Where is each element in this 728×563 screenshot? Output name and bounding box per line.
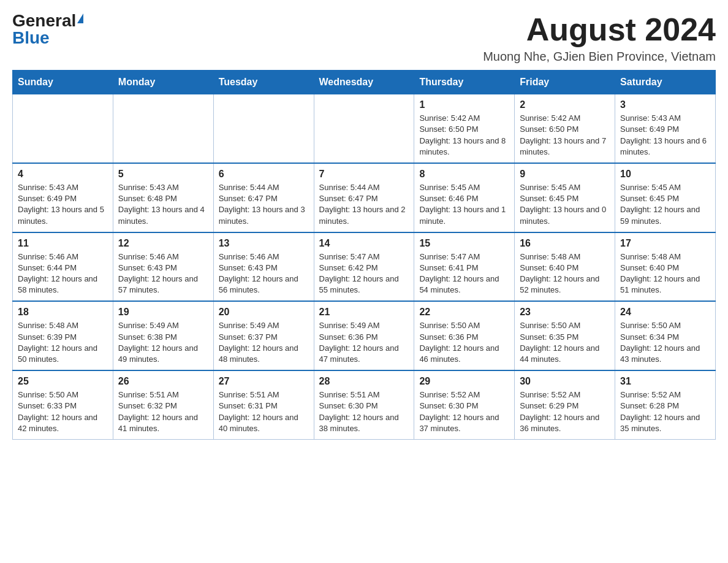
day-number: 21 <box>319 307 409 318</box>
day-info: Sunrise: 5:49 AMSunset: 6:37 PMDaylight:… <box>219 320 309 365</box>
day-number: 17 <box>620 238 710 249</box>
day-number: 20 <box>219 307 309 318</box>
calendar-cell: 19Sunrise: 5:49 AMSunset: 6:38 PMDayligh… <box>113 301 213 370</box>
day-number: 19 <box>118 307 208 318</box>
day-info: Sunrise: 5:51 AMSunset: 6:30 PMDaylight:… <box>319 389 409 434</box>
day-number: 16 <box>520 238 610 249</box>
day-number: 9 <box>520 169 610 180</box>
day-number: 3 <box>620 99 710 110</box>
day-header-tuesday: Tuesday <box>213 71 314 94</box>
calendar-cell: 14Sunrise: 5:47 AMSunset: 6:42 PMDayligh… <box>314 232 414 302</box>
day-info: Sunrise: 5:46 AMSunset: 6:43 PMDaylight:… <box>219 251 309 296</box>
calendar-cell: 22Sunrise: 5:50 AMSunset: 6:36 PMDayligh… <box>414 301 515 370</box>
calendar-cell: 28Sunrise: 5:51 AMSunset: 6:30 PMDayligh… <box>314 370 414 439</box>
day-number: 7 <box>319 169 409 180</box>
day-number: 12 <box>118 238 208 249</box>
day-header-wednesday: Wednesday <box>314 71 414 94</box>
calendar-cell <box>213 94 314 163</box>
day-info: Sunrise: 5:43 AMSunset: 6:49 PMDaylight:… <box>620 113 710 158</box>
day-number: 29 <box>419 376 509 387</box>
week-row: 11Sunrise: 5:46 AMSunset: 6:44 PMDayligh… <box>13 232 716 302</box>
day-info: Sunrise: 5:43 AMSunset: 6:49 PMDaylight:… <box>18 182 108 227</box>
day-info: Sunrise: 5:44 AMSunset: 6:47 PMDaylight:… <box>319 182 409 227</box>
day-info: Sunrise: 5:52 AMSunset: 6:29 PMDaylight:… <box>520 389 610 434</box>
day-info: Sunrise: 5:44 AMSunset: 6:47 PMDaylight:… <box>219 182 309 227</box>
day-info: Sunrise: 5:50 AMSunset: 6:35 PMDaylight:… <box>520 320 610 365</box>
calendar-cell: 8Sunrise: 5:45 AMSunset: 6:46 PMDaylight… <box>414 163 515 232</box>
day-info: Sunrise: 5:47 AMSunset: 6:42 PMDaylight:… <box>319 251 409 296</box>
calendar-cell: 23Sunrise: 5:50 AMSunset: 6:35 PMDayligh… <box>515 301 615 370</box>
day-info: Sunrise: 5:50 AMSunset: 6:33 PMDaylight:… <box>18 389 108 434</box>
day-number: 18 <box>18 307 108 318</box>
month-title: August 2024 <box>483 12 716 47</box>
day-info: Sunrise: 5:46 AMSunset: 6:44 PMDaylight:… <box>18 251 108 296</box>
day-info: Sunrise: 5:50 AMSunset: 6:36 PMDaylight:… <box>419 320 509 365</box>
calendar-cell <box>113 94 213 163</box>
calendar-cell: 11Sunrise: 5:46 AMSunset: 6:44 PMDayligh… <box>13 232 113 302</box>
day-header-thursday: Thursday <box>414 71 515 94</box>
calendar-cell: 26Sunrise: 5:51 AMSunset: 6:32 PMDayligh… <box>113 370 213 439</box>
day-number: 13 <box>219 238 309 249</box>
week-row: 18Sunrise: 5:48 AMSunset: 6:39 PMDayligh… <box>13 301 716 370</box>
day-number: 22 <box>419 307 509 318</box>
day-header-saturday: Saturday <box>615 71 716 94</box>
days-of-week-row: SundayMondayTuesdayWednesdayThursdayFrid… <box>13 71 716 94</box>
calendar-cell: 12Sunrise: 5:46 AMSunset: 6:43 PMDayligh… <box>113 232 213 302</box>
day-info: Sunrise: 5:43 AMSunset: 6:48 PMDaylight:… <box>118 182 208 227</box>
logo-general-text: General <box>12 12 76 29</box>
day-info: Sunrise: 5:45 AMSunset: 6:45 PMDaylight:… <box>620 182 710 227</box>
calendar-cell: 20Sunrise: 5:49 AMSunset: 6:37 PMDayligh… <box>213 301 314 370</box>
logo: General Blue <box>12 12 83 47</box>
day-number: 31 <box>620 376 710 387</box>
day-info: Sunrise: 5:49 AMSunset: 6:38 PMDaylight:… <box>118 320 208 365</box>
calendar-cell <box>13 94 113 163</box>
calendar-cell <box>314 94 414 163</box>
calendar-cell: 10Sunrise: 5:45 AMSunset: 6:45 PMDayligh… <box>615 163 716 232</box>
calendar-cell: 27Sunrise: 5:51 AMSunset: 6:31 PMDayligh… <box>213 370 314 439</box>
day-info: Sunrise: 5:52 AMSunset: 6:30 PMDaylight:… <box>419 389 509 434</box>
calendar-cell: 2Sunrise: 5:42 AMSunset: 6:50 PMDaylight… <box>515 94 615 163</box>
day-number: 23 <box>520 307 610 318</box>
day-info: Sunrise: 5:51 AMSunset: 6:31 PMDaylight:… <box>219 389 309 434</box>
day-number: 24 <box>620 307 710 318</box>
calendar-cell: 16Sunrise: 5:48 AMSunset: 6:40 PMDayligh… <box>515 232 615 302</box>
calendar-cell: 7Sunrise: 5:44 AMSunset: 6:47 PMDaylight… <box>314 163 414 232</box>
title-block: August 2024 Muong Nhe, GJien Bien Provin… <box>483 12 716 64</box>
calendar-cell: 1Sunrise: 5:42 AMSunset: 6:50 PMDaylight… <box>414 94 515 163</box>
page-header: General Blue August 2024 Muong Nhe, GJie… <box>12 12 716 64</box>
day-number: 27 <box>219 376 309 387</box>
day-number: 28 <box>319 376 409 387</box>
day-info: Sunrise: 5:47 AMSunset: 6:41 PMDaylight:… <box>419 251 509 296</box>
calendar-cell: 29Sunrise: 5:52 AMSunset: 6:30 PMDayligh… <box>414 370 515 439</box>
calendar-cell: 3Sunrise: 5:43 AMSunset: 6:49 PMDaylight… <box>615 94 716 163</box>
day-number: 5 <box>118 169 208 180</box>
calendar-cell: 15Sunrise: 5:47 AMSunset: 6:41 PMDayligh… <box>414 232 515 302</box>
calendar-cell: 30Sunrise: 5:52 AMSunset: 6:29 PMDayligh… <box>515 370 615 439</box>
day-number: 11 <box>18 238 108 249</box>
day-info: Sunrise: 5:49 AMSunset: 6:36 PMDaylight:… <box>319 320 409 365</box>
day-info: Sunrise: 5:48 AMSunset: 6:40 PMDaylight:… <box>520 251 610 296</box>
calendar-body: 1Sunrise: 5:42 AMSunset: 6:50 PMDaylight… <box>13 94 716 440</box>
week-row: 4Sunrise: 5:43 AMSunset: 6:49 PMDaylight… <box>13 163 716 232</box>
calendar-cell: 25Sunrise: 5:50 AMSunset: 6:33 PMDayligh… <box>13 370 113 439</box>
day-info: Sunrise: 5:45 AMSunset: 6:45 PMDaylight:… <box>520 182 610 227</box>
calendar-cell: 5Sunrise: 5:43 AMSunset: 6:48 PMDaylight… <box>113 163 213 232</box>
day-info: Sunrise: 5:45 AMSunset: 6:46 PMDaylight:… <box>419 182 509 227</box>
day-header-monday: Monday <box>113 71 213 94</box>
week-row: 1Sunrise: 5:42 AMSunset: 6:50 PMDaylight… <box>13 94 716 163</box>
calendar-cell: 13Sunrise: 5:46 AMSunset: 6:43 PMDayligh… <box>213 232 314 302</box>
logo-triangle-icon <box>77 13 83 23</box>
day-number: 1 <box>419 99 509 110</box>
week-row: 25Sunrise: 5:50 AMSunset: 6:33 PMDayligh… <box>13 370 716 439</box>
day-number: 8 <box>419 169 509 180</box>
calendar-cell: 17Sunrise: 5:48 AMSunset: 6:40 PMDayligh… <box>615 232 716 302</box>
day-info: Sunrise: 5:52 AMSunset: 6:28 PMDaylight:… <box>620 389 710 434</box>
calendar-cell: 31Sunrise: 5:52 AMSunset: 6:28 PMDayligh… <box>615 370 716 439</box>
day-header-friday: Friday <box>515 71 615 94</box>
day-info: Sunrise: 5:42 AMSunset: 6:50 PMDaylight:… <box>520 113 610 158</box>
day-header-sunday: Sunday <box>13 71 113 94</box>
location: Muong Nhe, GJien Bien Province, Vietnam <box>483 50 716 64</box>
day-number: 25 <box>18 376 108 387</box>
day-info: Sunrise: 5:50 AMSunset: 6:34 PMDaylight:… <box>620 320 710 365</box>
day-info: Sunrise: 5:48 AMSunset: 6:40 PMDaylight:… <box>620 251 710 296</box>
